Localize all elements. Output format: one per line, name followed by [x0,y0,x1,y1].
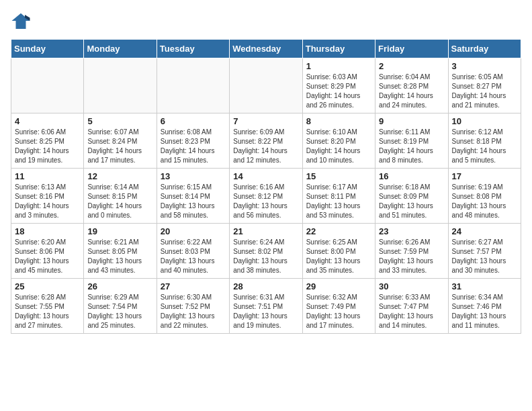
calendar-cell: 9Sunrise: 6:11 AM Sunset: 8:19 PM Daylig… [375,113,448,169]
calendar-cell: 20Sunrise: 6:22 AM Sunset: 8:03 PM Dayli… [157,224,229,279]
day-number: 27 [161,281,226,291]
calendar-cell: 21Sunrise: 6:24 AM Sunset: 8:02 PM Dayli… [230,224,302,279]
calendar-week-row: 18Sunrise: 6:20 AM Sunset: 8:06 PM Dayli… [11,224,521,279]
day-detail: Sunrise: 6:07 AM Sunset: 8:24 PM Dayligh… [87,128,152,165]
calendar-cell: 2Sunrise: 6:04 AM Sunset: 8:28 PM Daylig… [375,58,448,113]
calendar-cell: 11Sunrise: 6:13 AM Sunset: 8:16 PM Dayli… [11,169,84,224]
day-detail: Sunrise: 6:21 AM Sunset: 8:05 PM Dayligh… [87,238,152,275]
day-number: 14 [233,171,298,181]
day-detail: Sunrise: 6:32 AM Sunset: 7:49 PM Dayligh… [306,293,371,330]
day-number: 1 [306,61,371,71]
calendar-cell: 3Sunrise: 6:05 AM Sunset: 8:27 PM Daylig… [448,58,521,113]
day-detail: Sunrise: 6:20 AM Sunset: 8:06 PM Dayligh… [15,238,80,275]
calendar-cell: 6Sunrise: 6:08 AM Sunset: 8:23 PM Daylig… [157,113,229,169]
day-number: 29 [306,281,371,291]
day-number: 12 [87,171,152,181]
calendar-cell: 15Sunrise: 6:17 AM Sunset: 8:11 PM Dayli… [302,169,375,224]
calendar-cell: 29Sunrise: 6:32 AM Sunset: 7:49 PM Dayli… [302,279,375,334]
day-number: 15 [306,171,371,181]
day-number: 16 [379,171,444,181]
calendar-cell [11,58,84,113]
day-detail: Sunrise: 6:05 AM Sunset: 8:27 PM Dayligh… [452,73,517,110]
day-detail: Sunrise: 6:17 AM Sunset: 8:11 PM Dayligh… [306,183,371,220]
logo-icon [11,11,31,31]
page: SundayMondayTuesdayWednesdayThursdayFrid… [0,0,532,345]
header [11,11,521,31]
calendar-day-header: Wednesday [230,40,302,58]
calendar-cell: 28Sunrise: 6:31 AM Sunset: 7:51 PM Dayli… [230,279,302,334]
day-number: 21 [233,226,298,236]
day-detail: Sunrise: 6:08 AM Sunset: 8:23 PM Dayligh… [161,128,226,165]
calendar-cell: 25Sunrise: 6:28 AM Sunset: 7:55 PM Dayli… [11,279,84,334]
calendar-cell: 23Sunrise: 6:26 AM Sunset: 7:59 PM Dayli… [375,224,448,279]
day-number: 4 [15,116,80,126]
calendar-cell [84,58,157,113]
day-detail: Sunrise: 6:29 AM Sunset: 7:54 PM Dayligh… [87,293,152,330]
day-detail: Sunrise: 6:14 AM Sunset: 8:15 PM Dayligh… [87,183,152,220]
calendar-cell: 5Sunrise: 6:07 AM Sunset: 8:24 PM Daylig… [84,113,157,169]
calendar-cell: 16Sunrise: 6:18 AM Sunset: 8:09 PM Dayli… [375,169,448,224]
calendar-cell: 14Sunrise: 6:16 AM Sunset: 8:12 PM Dayli… [230,169,302,224]
calendar-day-header: Thursday [302,40,375,58]
day-number: 24 [452,226,517,236]
day-detail: Sunrise: 6:15 AM Sunset: 8:14 PM Dayligh… [161,183,226,220]
day-detail: Sunrise: 6:31 AM Sunset: 7:51 PM Dayligh… [233,293,298,330]
calendar-cell: 27Sunrise: 6:30 AM Sunset: 7:52 PM Dayli… [157,279,229,334]
day-detail: Sunrise: 6:09 AM Sunset: 8:22 PM Dayligh… [233,128,298,165]
day-number: 10 [452,116,517,126]
day-detail: Sunrise: 6:18 AM Sunset: 8:09 PM Dayligh… [379,183,444,220]
day-number: 7 [233,116,298,126]
day-number: 13 [161,171,226,181]
day-detail: Sunrise: 6:19 AM Sunset: 8:08 PM Dayligh… [452,183,517,220]
calendar-cell: 10Sunrise: 6:12 AM Sunset: 8:18 PM Dayli… [448,113,521,169]
day-detail: Sunrise: 6:16 AM Sunset: 8:12 PM Dayligh… [233,183,298,220]
calendar-cell: 19Sunrise: 6:21 AM Sunset: 8:05 PM Dayli… [84,224,157,279]
calendar-cell: 4Sunrise: 6:06 AM Sunset: 8:25 PM Daylig… [11,113,84,169]
day-number: 30 [379,281,444,291]
day-detail: Sunrise: 6:25 AM Sunset: 8:00 PM Dayligh… [306,238,371,275]
calendar-body: 1Sunrise: 6:03 AM Sunset: 8:29 PM Daylig… [11,58,521,334]
day-number: 19 [87,226,152,236]
calendar-day-header: Saturday [448,40,521,58]
day-number: 8 [306,116,371,126]
day-detail: Sunrise: 6:11 AM Sunset: 8:19 PM Dayligh… [379,128,444,165]
calendar-day-header: Monday [84,40,157,58]
calendar-cell: 31Sunrise: 6:34 AM Sunset: 7:46 PM Dayli… [448,279,521,334]
day-number: 18 [15,226,80,236]
calendar-cell: 18Sunrise: 6:20 AM Sunset: 8:06 PM Dayli… [11,224,84,279]
day-number: 20 [161,226,226,236]
day-number: 5 [87,116,152,126]
day-detail: Sunrise: 6:06 AM Sunset: 8:25 PM Dayligh… [15,128,80,165]
calendar-cell: 13Sunrise: 6:15 AM Sunset: 8:14 PM Dayli… [157,169,229,224]
day-number: 25 [15,281,80,291]
calendar-cell: 30Sunrise: 6:33 AM Sunset: 7:47 PM Dayli… [375,279,448,334]
day-detail: Sunrise: 6:27 AM Sunset: 7:57 PM Dayligh… [452,238,517,275]
day-detail: Sunrise: 6:12 AM Sunset: 8:18 PM Dayligh… [452,128,517,165]
day-number: 28 [233,281,298,291]
calendar-week-row: 1Sunrise: 6:03 AM Sunset: 8:29 PM Daylig… [11,58,521,113]
calendar-cell: 22Sunrise: 6:25 AM Sunset: 8:00 PM Dayli… [302,224,375,279]
day-detail: Sunrise: 6:10 AM Sunset: 8:20 PM Dayligh… [306,128,371,165]
calendar-cell [157,58,229,113]
calendar-day-header: Tuesday [157,40,229,58]
day-number: 3 [452,61,517,71]
day-detail: Sunrise: 6:13 AM Sunset: 8:16 PM Dayligh… [15,183,80,220]
day-number: 9 [379,116,444,126]
day-detail: Sunrise: 6:30 AM Sunset: 7:52 PM Dayligh… [161,293,226,330]
calendar-header-row: SundayMondayTuesdayWednesdayThursdayFrid… [11,40,521,58]
day-detail: Sunrise: 6:03 AM Sunset: 8:29 PM Dayligh… [306,73,371,110]
day-detail: Sunrise: 6:24 AM Sunset: 8:02 PM Dayligh… [233,238,298,275]
day-detail: Sunrise: 6:22 AM Sunset: 8:03 PM Dayligh… [161,238,226,275]
calendar-week-row: 11Sunrise: 6:13 AM Sunset: 8:16 PM Dayli… [11,169,521,224]
day-number: 17 [452,171,517,181]
calendar-cell: 12Sunrise: 6:14 AM Sunset: 8:15 PM Dayli… [84,169,157,224]
day-number: 31 [452,281,517,291]
calendar-table: SundayMondayTuesdayWednesdayThursdayFrid… [11,39,521,334]
calendar-day-header: Sunday [11,40,84,58]
calendar-cell: 1Sunrise: 6:03 AM Sunset: 8:29 PM Daylig… [302,58,375,113]
day-detail: Sunrise: 6:04 AM Sunset: 8:28 PM Dayligh… [379,73,444,110]
calendar-cell [230,58,302,113]
day-detail: Sunrise: 6:28 AM Sunset: 7:55 PM Dayligh… [15,293,80,330]
calendar-week-row: 25Sunrise: 6:28 AM Sunset: 7:55 PM Dayli… [11,279,521,334]
calendar-cell: 7Sunrise: 6:09 AM Sunset: 8:22 PM Daylig… [230,113,302,169]
